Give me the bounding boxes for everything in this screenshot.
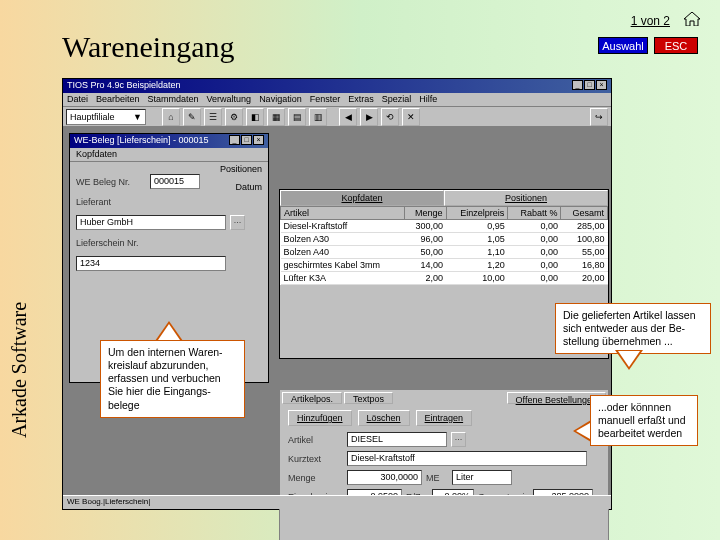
statusbar: WE Boog.|Lieferschein| — [63, 495, 611, 509]
arrow-up-icon — [155, 321, 183, 341]
toolbar-button[interactable]: ⌂ — [162, 108, 180, 126]
lieferant-label: Lieferant — [76, 197, 146, 207]
lieferant-field[interactable]: Huber GmbH — [76, 215, 226, 230]
menu-item[interactable]: Extras — [348, 94, 374, 105]
hinzufuegen-button[interactable]: Hinzufügen — [288, 410, 352, 426]
menu-item[interactable]: Hilfe — [419, 94, 437, 105]
col-ep[interactable]: Einzelpreis — [446, 207, 508, 220]
minimize-icon[interactable]: _ — [229, 135, 240, 145]
artikel-table: Artikel Menge Einzelpreis Rabatt % Gesam… — [280, 206, 608, 285]
table-row[interactable]: Bolzen A3096,001,050,00100,80 — [281, 233, 608, 246]
toolbar-button[interactable]: ▥ — [309, 108, 327, 126]
maximize-icon[interactable]: □ — [584, 80, 595, 90]
toolbar-button[interactable]: ◧ — [246, 108, 264, 126]
loeschen-button[interactable]: Löschen — [358, 410, 410, 426]
menu-item[interactable]: Spezial — [382, 94, 412, 105]
app-titlebar: TIOS Pro 4.9c Beispieldaten _ □ × — [63, 79, 611, 93]
menu-item[interactable]: Fenster — [310, 94, 341, 105]
close-icon[interactable]: × — [596, 80, 607, 90]
toolbar-button[interactable]: ⟲ — [381, 108, 399, 126]
app-window: TIOS Pro 4.9c Beispieldaten _ □ × Datei … — [62, 78, 612, 510]
menu-item[interactable]: Navigation — [259, 94, 302, 105]
minimize-icon[interactable]: _ — [572, 80, 583, 90]
esc-button[interactable]: ESC — [654, 37, 698, 54]
callout-manuell: ...oder könnnen manuell erfaßt und bearb… — [590, 395, 698, 446]
menu-item[interactable]: Verwaltung — [207, 94, 252, 105]
col-gesamt[interactable]: Gesamt — [561, 207, 608, 220]
menge-label: Menge — [288, 473, 343, 483]
close-icon[interactable]: × — [253, 135, 264, 145]
table-row[interactable]: Lüfter K3A2,0010,000,0020,00 — [281, 272, 608, 285]
kurztext-field[interactable]: Diesel-Kraftstoff — [347, 451, 587, 466]
filiale-combo[interactable]: Hauptfiliale▼ — [66, 109, 146, 125]
toolbar-button[interactable]: ⚙ — [225, 108, 243, 126]
callout-uebernehmen: Die gelieferten Artikel lassen sich entw… — [555, 303, 711, 354]
arrow-left-icon — [573, 420, 591, 442]
toolbar-button[interactable]: ✕ — [402, 108, 420, 126]
menu-item[interactable]: Stammdaten — [148, 94, 199, 105]
tab-positionen[interactable]: Positionen — [444, 190, 608, 206]
page-counter: 1 von 2 — [631, 14, 670, 28]
menge-field[interactable]: 300,0000 — [347, 470, 422, 485]
datum-label: Datum — [235, 182, 262, 192]
detail-panel: Artikelpos. Textpos Offene Bestellungen … — [279, 389, 609, 540]
subwindow-titlebar: WE-Beleg [Lieferschein] - 000015 _ □ × — [70, 134, 268, 148]
artikel-field[interactable]: DIESEL — [347, 432, 447, 447]
auswahl-button[interactable]: Auswahl — [598, 37, 648, 54]
brand-sidebar: Arkade Software — [8, 280, 32, 460]
eintragen-button[interactable]: Eintragen — [416, 410, 473, 426]
lieferschein-field[interactable]: 1234 — [76, 256, 226, 271]
table-row[interactable]: geschirmtes Kabel 3mm14,001,200,0016,80 — [281, 259, 608, 272]
me-label: ME — [426, 473, 448, 483]
toolbar-button[interactable]: ☰ — [204, 108, 222, 126]
table-row[interactable]: Diesel-Kraftstoff300,000,950,00285,00 — [281, 220, 608, 233]
toolbar-button[interactable]: ▤ — [288, 108, 306, 126]
menubar: Datei Bearbeiten Stammdaten Verwaltung N… — [63, 93, 611, 107]
table-row[interactable]: Bolzen A4050,001,100,0055,00 — [281, 246, 608, 259]
me-field[interactable]: Liter — [452, 470, 512, 485]
maximize-icon[interactable]: □ — [241, 135, 252, 145]
subwindow-title: WE-Beleg [Lieferschein] - 000015 — [74, 135, 209, 147]
tab-kopfdaten[interactable]: Kopfdaten — [70, 148, 268, 162]
toolbar-button[interactable]: ▶ — [360, 108, 378, 126]
tab-textpos[interactable]: Textpos — [344, 392, 393, 404]
artikel-label: Artikel — [288, 435, 343, 445]
kurztext-label: Kurztext — [288, 454, 343, 464]
lookup-button[interactable]: … — [230, 215, 245, 230]
col-menge[interactable]: Menge — [404, 207, 446, 220]
positionen-label: Positionen — [220, 164, 262, 174]
home-icon[interactable] — [684, 12, 700, 26]
tab-artikelpos[interactable]: Artikelpos. — [282, 392, 342, 404]
page-title: Wareneingang — [62, 30, 235, 64]
tab-kopfdaten[interactable]: Kopfdaten — [280, 190, 444, 206]
callout-warenkreislauf: Um den internen Waren-kreislauf abzurund… — [100, 340, 245, 418]
beleg-label: WE Beleg Nr. — [76, 177, 146, 187]
col-rabatt[interactable]: Rabatt % — [508, 207, 561, 220]
menu-item[interactable]: Datei — [67, 94, 88, 105]
toolbar-button[interactable]: ✎ — [183, 108, 201, 126]
exit-icon[interactable]: ↪ — [590, 108, 608, 126]
toolbar-button[interactable]: ◀ — [339, 108, 357, 126]
lookup-button[interactable]: … — [451, 432, 466, 447]
toolbar-button[interactable]: ▦ — [267, 108, 285, 126]
arrow-down-icon — [615, 350, 643, 370]
menu-item[interactable]: Bearbeiten — [96, 94, 140, 105]
app-title: TIOS Pro 4.9c Beispieldaten — [67, 80, 181, 92]
beleg-field[interactable]: 000015 — [150, 174, 200, 189]
toolbar: Hauptfiliale▼ ⌂ ✎ ☰ ⚙ ◧ ▦ ▤ ▥ ◀ ▶ ⟲ ✕ ↪ — [63, 107, 611, 127]
col-artikel[interactable]: Artikel — [281, 207, 405, 220]
lieferschein-label: Lieferschein Nr. — [76, 238, 146, 248]
